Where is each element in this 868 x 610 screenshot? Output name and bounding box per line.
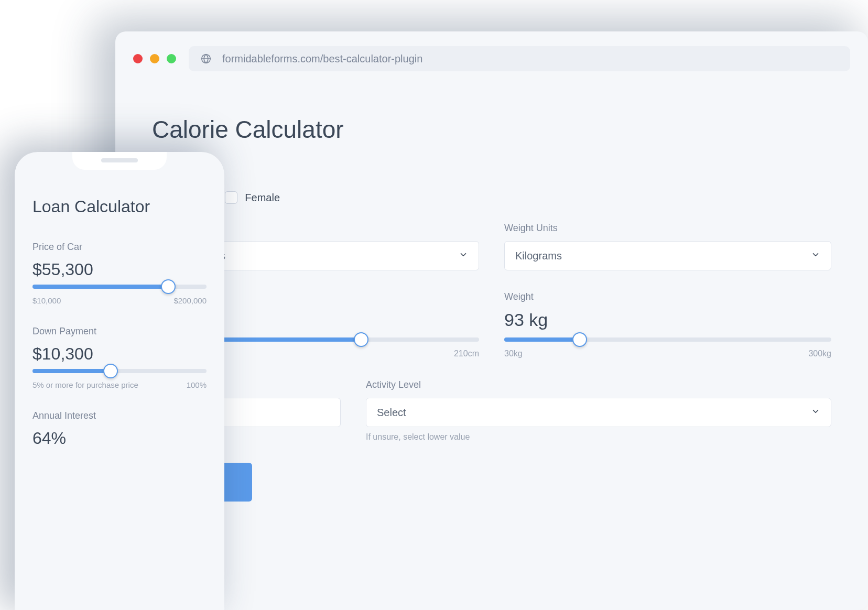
height-max: 210cm [454,349,479,358]
phone-mockup: Loan Calculator Price of Car $55,300 $10… [15,152,224,610]
down-payment-min: 5% or more for purchase price [32,380,138,389]
fullscreen-window-icon[interactable] [167,54,176,63]
weight-max: 300kg [808,349,831,358]
price-label: Price of Car [32,242,207,253]
price-slider-thumb[interactable] [161,279,176,294]
chevron-down-icon [811,250,820,262]
minimize-window-icon[interactable] [150,54,159,63]
price-slider[interactable] [32,285,207,289]
chevron-down-icon [459,250,468,262]
address-bar-text: formidableforms.com/best-calculator-plug… [222,53,422,65]
sex-female-label: Female [245,192,280,204]
height-slider-thumb[interactable] [354,332,368,347]
weight-slider-thumb[interactable] [572,332,587,347]
phone-notch [72,152,167,170]
sex-female-checkbox[interactable]: Female [225,191,280,204]
price-value: $55,300 [32,260,207,279]
weight-units-label: Weight Units [504,223,831,234]
weight-value: 93 kg [504,310,831,330]
sex-checkbox-group: Male Female [152,191,831,204]
down-payment-label: Down Payment [32,326,207,337]
weight-units-value: Kilograms [515,250,562,262]
sex-label: Sex [152,173,831,184]
weight-slider[interactable] [504,337,831,342]
activity-select[interactable]: Select [366,398,831,427]
chevron-down-icon [811,407,820,419]
browser-page: Calorie Calculator Sex Male [115,84,868,533]
window-traffic-lights [133,54,176,63]
page-title: Calorie Calculator [152,115,831,144]
browser-topbar: formidableforms.com/best-calculator-plug… [115,31,868,84]
activity-hint: If unsure, select lower value [366,432,831,442]
weight-min: 30kg [504,349,523,358]
phone-speaker-icon [101,158,138,162]
weight-units-select[interactable]: Kilograms [504,241,831,270]
close-window-icon[interactable] [133,54,143,63]
globe-icon [200,53,212,64]
price-max: $200,000 [173,296,207,305]
down-payment-max: 100% [187,380,207,389]
down-payment-slider-thumb[interactable] [103,364,118,378]
address-bar[interactable]: formidableforms.com/best-calculator-plug… [189,46,850,71]
activity-label: Activity Level [366,379,831,390]
interest-label: Annual Interest [32,410,207,421]
price-min: $10,000 [32,296,61,305]
activity-value: Select [377,407,406,419]
loan-calculator-title: Loan Calculator [32,197,207,216]
interest-value: 64% [32,429,207,448]
weight-label: Weight [504,291,831,302]
down-payment-slider[interactable] [32,369,207,373]
down-payment-value: $10,300 [32,344,207,364]
browser-window: formidableforms.com/best-calculator-plug… [115,31,868,610]
